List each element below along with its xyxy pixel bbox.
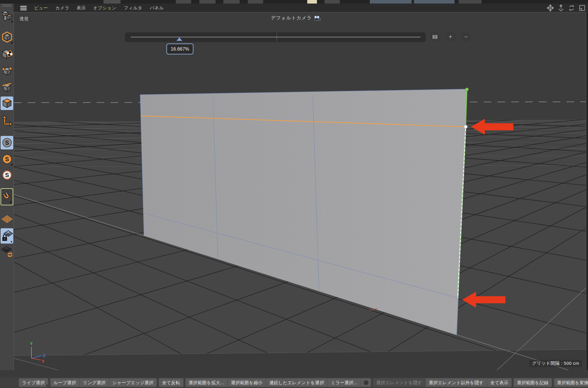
loop-selection-button[interactable]: ループ選択 <box>50 378 79 387</box>
tool-solo-single[interactable]: S <box>1 152 13 166</box>
slider-center-mark <box>277 33 277 41</box>
tool-make-editable[interactable] <box>1 9 13 23</box>
tool-model-mode[interactable] <box>1 31 13 44</box>
invert-all-button[interactable]: 全て反転 <box>159 378 183 387</box>
ring-selection-button[interactable]: リング選択 <box>79 378 109 387</box>
convert-selection-button[interactable]: 選択範囲を変換 <box>554 378 588 387</box>
polygon-mode-icon <box>1 97 13 109</box>
perspective-viewport[interactable]: Y Z X 透視 デフォルトカメラ 16.667% + − グリッド間隔 : 5… <box>14 12 586 370</box>
axis-y-label: Y <box>30 341 33 346</box>
columns-icon <box>433 35 437 39</box>
selection-command-bar: ライブ選択 ループ選択 リング選択 シャープエッジ選択 全て反転 選択範囲を拡大… <box>0 377 588 388</box>
live-selection-button[interactable]: ライブ選択 <box>19 378 48 387</box>
svg-text:S: S <box>5 172 9 178</box>
tool-texture-mode[interactable] <box>1 48 13 61</box>
menu-filter[interactable]: フィルタ <box>124 5 142 11</box>
hide-unselected-button[interactable]: 選択エレメント以外を隠す <box>425 378 487 387</box>
zoom-in-button[interactable]: + <box>445 32 455 42</box>
texture-mode-icon <box>1 49 13 61</box>
tool-point-mode[interactable] <box>1 65 13 78</box>
slider-value-tooltip: 16.667% <box>166 44 193 54</box>
menu-panel[interactable]: パネル <box>150 5 164 11</box>
mirror-selection-button[interactable]: ミラー選択... <box>327 378 361 387</box>
camera-name-label: デフォルトカメラ <box>271 15 312 21</box>
flyout-indicator <box>11 20 13 22</box>
hamburger-menu-icon[interactable] <box>20 5 27 11</box>
axis-z-label: Z <box>43 353 46 358</box>
planar-workplane-icon <box>1 245 13 258</box>
viewport-scene: Y Z X <box>14 12 586 370</box>
tool-polygon-mode[interactable] <box>1 96 13 110</box>
shrink-selection-button[interactable]: 選択範囲を縮小 <box>228 378 266 387</box>
select-connected-button[interactable]: 連続したエレメントを選択 <box>266 378 327 387</box>
workplane-icon <box>1 213 13 225</box>
edge-mode-icon <box>1 81 13 93</box>
unhide-all-button[interactable]: 全て表示 <box>487 378 512 387</box>
gear-icon <box>363 380 369 385</box>
grid-spacing-status: グリッド間隔 : 500 cm <box>529 360 582 367</box>
vertex-white[interactable] <box>464 125 467 129</box>
rotate-view-icon[interactable] <box>568 4 575 11</box>
minus-icon: − <box>464 34 468 40</box>
svg-text:S: S <box>5 156 9 162</box>
axis-x-label: X <box>42 359 45 364</box>
zoom-out-button[interactable]: − <box>461 32 471 42</box>
tool-solo-off[interactable]: S <box>1 136 13 149</box>
mode-toolbar: S S S <box>0 4 14 377</box>
view-type-label[interactable]: 透視 <box>17 16 31 22</box>
mirror-selection-settings[interactable] <box>361 378 371 387</box>
viewport-menu-bar: ビュー カメラ 表示 オプション フィルタ パネル <box>14 4 588 12</box>
magnet-icon <box>1 190 13 203</box>
tool-enable-axis[interactable] <box>1 114 13 128</box>
solo-hierarchy-icon: S <box>1 169 13 181</box>
menu-display[interactable]: 表示 <box>77 5 86 11</box>
vertex-green[interactable] <box>465 88 469 91</box>
svg-text:S: S <box>5 139 9 146</box>
movie-camera-icon <box>314 16 321 21</box>
sharp-edge-selection-button[interactable]: シャープエッジ選択 <box>109 378 157 387</box>
slider-track[interactable] <box>131 37 420 37</box>
point-mode-icon <box>1 66 13 77</box>
clipped-toolbar-strip <box>0 0 588 4</box>
pan-view-icon[interactable] <box>547 4 554 11</box>
flyout-indicator <box>11 41 13 44</box>
menu-camera[interactable]: カメラ <box>55 5 69 11</box>
hide-selected-button: 選択エレメントを隠す <box>373 378 425 387</box>
slider-thumb[interactable] <box>176 37 182 41</box>
solo-off-icon: S <box>1 137 13 149</box>
store-selection-button[interactable]: 選択範囲を記録 <box>514 378 552 387</box>
flyout-indicator <box>46 384 48 386</box>
tool-edge-mode[interactable] <box>1 81 13 94</box>
grow-selection-button[interactable]: 選択範囲を拡大... <box>186 378 228 387</box>
enable-axis-icon <box>1 115 13 127</box>
tool-snap[interactable] <box>1 188 13 205</box>
tool-solo-hierarchy[interactable]: S <box>1 168 13 182</box>
status-strip <box>0 370 588 377</box>
slider-value: 16.667% <box>171 46 189 52</box>
menu-view[interactable]: ビュー <box>34 5 48 11</box>
panel-toggle-button[interactable] <box>430 32 440 42</box>
plus-icon: + <box>449 34 452 40</box>
menu-options[interactable]: オプション <box>93 5 116 11</box>
tool-workplane[interactable] <box>1 212 13 226</box>
flyout-indicator <box>11 163 13 165</box>
timeline-zoom-slider[interactable] <box>125 32 426 42</box>
dolly-view-icon[interactable] <box>557 4 564 11</box>
toggle-view-icon[interactable] <box>579 4 586 11</box>
camera-label-bar[interactable]: デフォルトカメラ <box>271 15 321 21</box>
tool-planar-workplane[interactable] <box>1 245 13 258</box>
tool-lock-workplane[interactable] <box>1 228 13 244</box>
lock-workplane-icon <box>1 229 13 242</box>
toolbar-drag-handle[interactable] <box>2 4 11 7</box>
